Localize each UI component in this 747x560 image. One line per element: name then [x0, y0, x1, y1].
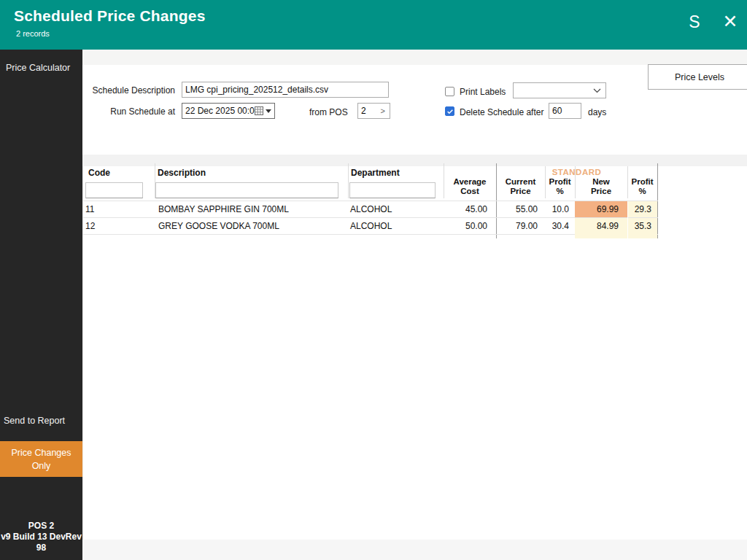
column-header-department[interactable]: Department	[351, 168, 400, 178]
schedule-description-input[interactable]	[182, 82, 389, 98]
cell-new-price[interactable]: 84.99	[575, 218, 627, 234]
delete-schedule-checkbox[interactable]	[445, 106, 454, 116]
filter-code-input[interactable]	[85, 182, 143, 198]
grid-vline	[348, 163, 349, 198]
from-pos-value: 2	[358, 106, 381, 116]
pos-version-info: POS 2 v9 Build 13 DevRev 98	[0, 521, 82, 553]
print-labels-checkbox[interactable]	[445, 87, 454, 96]
group-header-standard: STANDARD	[496, 168, 657, 176]
delete-days-input[interactable]	[549, 103, 581, 119]
bottom-strip	[82, 540, 747, 560]
close-icon[interactable]: ✕	[718, 11, 743, 37]
grid-vline	[155, 163, 155, 198]
cell-profit-pct: 10.0	[545, 201, 569, 217]
pos-next-icon[interactable]: >	[381, 106, 390, 115]
table-top-band	[82, 155, 747, 166]
column-header-description[interactable]: Description	[158, 168, 206, 178]
window-titlebar: Scheduled Price Changes 2 records S ✕	[0, 0, 747, 50]
chevron-down-icon	[593, 88, 605, 93]
price-levels-label: Price Levels	[675, 72, 724, 82]
highlight-column-tail	[575, 234, 657, 238]
pos-number: POS 2	[0, 521, 82, 532]
build-version: v9 Build 13 DevRev	[0, 532, 82, 542]
column-header-profit-pct[interactable]: Profit %	[545, 177, 575, 196]
page-title: Scheduled Price Changes	[14, 7, 206, 25]
column-header-current-price[interactable]: Current Price	[496, 177, 545, 196]
record-count: 2 records	[16, 29, 50, 38]
build-revision: 98	[0, 542, 82, 553]
from-pos-stepper[interactable]: 2 >	[357, 103, 390, 119]
filter-department-input[interactable]	[349, 182, 436, 198]
days-label: days	[588, 107, 606, 117]
dropdown-arrow-icon[interactable]	[266, 109, 271, 113]
settings-s-button[interactable]: S	[684, 12, 705, 37]
run-schedule-value: 22 Dec 2025 00:00:00	[182, 106, 255, 116]
top-strip	[82, 50, 747, 65]
column-header-new-profit-pct[interactable]: Profit %	[627, 177, 657, 196]
column-header-code[interactable]: Code	[88, 168, 110, 178]
cell-new-profit-pct: 29.3	[628, 201, 657, 217]
check-icon	[446, 108, 454, 115]
grid-vline	[627, 166, 628, 198]
schedule-description-label: Schedule Description	[80, 85, 175, 96]
cell-new-price-selected[interactable]: 69.99	[575, 201, 627, 217]
cell-average-cost: 45.00	[444, 201, 487, 217]
sidebar-item-price-calculator[interactable]: Price Calculator	[0, 63, 82, 73]
cell-gap-line	[627, 201, 628, 238]
cell-current-price: 79.00	[496, 218, 538, 234]
cell-average-cost: 50.00	[444, 218, 487, 234]
column-header-average-cost[interactable]: Average Cost	[444, 177, 496, 196]
sidebar-item-send-to-report[interactable]: Send to Report	[0, 416, 82, 426]
table-row[interactable]: 12 GREY GOOSE VODKA 700ML ALCOHOL 50.00 …	[82, 218, 658, 234]
cell-code: 11	[85, 201, 94, 217]
price-levels-button[interactable]: Price Levels	[648, 64, 747, 90]
cell-profit-pct: 30.4	[545, 218, 569, 234]
run-schedule-datetime-picker[interactable]: 22 Dec 2025 00:00:00	[182, 103, 275, 119]
column-header-new-price[interactable]: New Price	[575, 177, 627, 196]
cell-description: BOMBAY SAPPHIRE GIN 700ML	[158, 201, 289, 217]
sidebar-item-price-changes-only[interactable]: Price Changes Only	[0, 441, 82, 477]
cell-department: ALCOHOL	[350, 201, 392, 217]
cell-code: 12	[85, 218, 95, 234]
grid-vline	[575, 166, 576, 198]
table-row[interactable]: 11 BOMBAY SAPPHIRE GIN 700ML ALCOHOL 45.…	[82, 201, 658, 217]
cell-current-price: 55.00	[496, 201, 538, 217]
run-schedule-label: Run Schedule at	[80, 106, 175, 117]
cell-department: ALCOHOL	[350, 218, 392, 234]
print-labels-label: Print Labels	[460, 87, 506, 97]
filter-description-input[interactable]	[155, 182, 338, 198]
app-window: Scheduled Price Changes 2 records S ✕ Pr…	[0, 0, 747, 560]
labels-dropdown[interactable]	[513, 82, 606, 98]
delete-schedule-label: Delete Schedule after	[460, 107, 543, 117]
grid-vline	[444, 163, 444, 198]
grid-vline	[545, 166, 546, 198]
cell-new-profit-pct: 35.3	[628, 218, 657, 234]
cell-description: GREY GOOSE VODKA 700ML	[158, 218, 279, 234]
grid-hline	[82, 234, 658, 235]
from-pos-label: from POS	[309, 107, 348, 117]
calendar-icon[interactable]	[255, 106, 263, 115]
sidebar: Price Calculator Send to Report Price Ch…	[0, 50, 82, 560]
